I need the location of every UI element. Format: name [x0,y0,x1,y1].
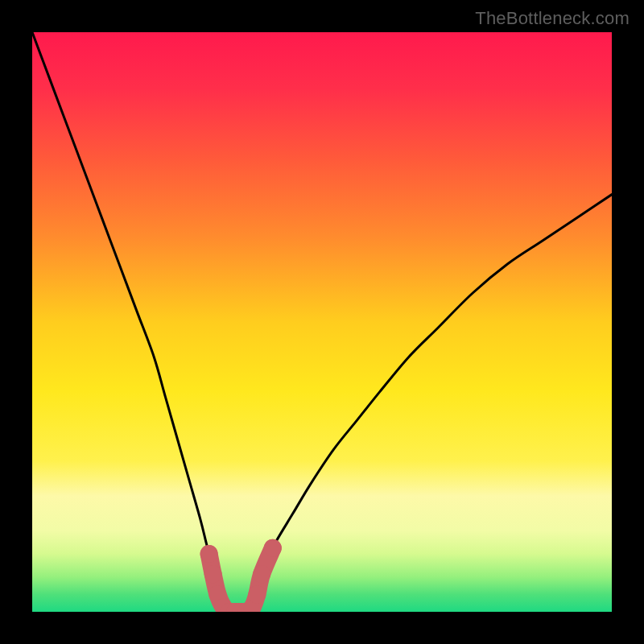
chart-frame: TheBottleneck.com [0,0,644,644]
marker-dot [253,565,270,583]
marker-dot [248,585,266,603]
plot-area [32,32,612,612]
marker-dot [200,545,218,563]
marker-dot [204,565,222,583]
watermark-label: TheBottleneck.com [475,8,630,29]
optimal-range-markers [32,32,612,612]
marker-dot [264,539,282,557]
